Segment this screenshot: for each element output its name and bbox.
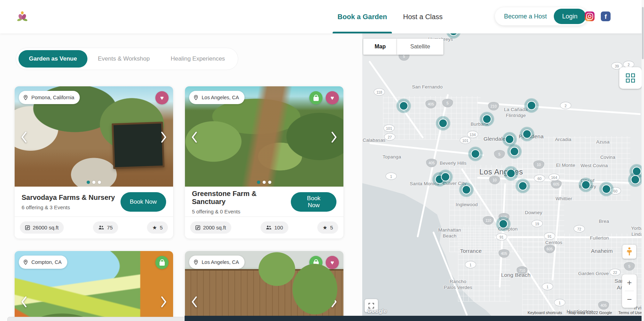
carousel-next-icon[interactable]: [160, 296, 168, 308]
map-pin-icon: [193, 259, 199, 265]
map-marker[interactable]: [439, 119, 448, 128]
map-marker[interactable]: [499, 219, 508, 228]
area-value: 26000 sq.ft: [33, 225, 59, 230]
zoom-control: + −: [622, 274, 637, 308]
listings-panel: Garden as Venue Events & Workshop Healin…: [0, 33, 362, 321]
carousel-dot[interactable]: [268, 181, 271, 184]
page-scrollbar[interactable]: [642, 0, 644, 321]
pegman-button[interactable]: [622, 245, 636, 259]
map-marker[interactable]: [602, 185, 611, 194]
location-pill: Los Angeles, CA: [189, 91, 245, 104]
card-stats: 26000 sq.ft 75 ★ 5: [15, 217, 173, 238]
shop-badge[interactable]: [155, 256, 169, 269]
map-marker[interactable]: [518, 181, 527, 190]
map-type-satellite-button[interactable]: Satellite: [397, 39, 443, 55]
shop-badge[interactable]: [309, 256, 323, 269]
map-label: West Covina: [581, 163, 608, 169]
carousel-prev-icon[interactable]: [20, 131, 28, 143]
shopping-bag-icon: [313, 97, 319, 101]
terms-of-use-link[interactable]: Terms of Use: [618, 311, 642, 315]
map-marker[interactable]: [462, 185, 471, 194]
map-label: Los Angeles: [479, 167, 523, 177]
carousel-dot[interactable]: [257, 181, 260, 184]
carousel-dot[interactable]: [92, 181, 95, 184]
location-text: Compton, CA: [31, 259, 62, 265]
pegman-icon: [627, 247, 632, 256]
favorite-badge[interactable]: ♥: [326, 256, 339, 269]
carousel-next-icon[interactable]: [160, 131, 168, 143]
highway-shield: 5: [494, 150, 505, 158]
highway-shield: 72: [574, 225, 585, 233]
zoom-in-button[interactable]: +: [622, 274, 637, 291]
map-marker[interactable]: [631, 175, 640, 184]
map-marker[interactable]: [482, 115, 491, 124]
card-subtitle: 6 offering & 3 Events: [22, 204, 115, 210]
map-marker[interactable]: [581, 180, 590, 189]
card-badges: [155, 256, 169, 269]
become-a-host-link[interactable]: Become a Host: [504, 13, 547, 20]
card-grid: Pomona, California ♥ Sarvoday: [0, 70, 362, 321]
map-marker[interactable]: [527, 101, 536, 110]
capacity-chip: 75: [93, 221, 118, 234]
carousel-next-icon[interactable]: [330, 296, 338, 308]
carousel-prev-icon[interactable]: [191, 131, 198, 143]
grid-view-toggle-button[interactable]: [619, 67, 642, 89]
map-marker[interactable]: [449, 33, 458, 36]
card-photo: Los Angeles, CA ♥: [185, 86, 343, 187]
map-label: Whittier: [556, 196, 572, 202]
favorite-badge[interactable]: ♥: [326, 91, 339, 104]
carousel-dot[interactable]: [263, 181, 266, 184]
scrollbar-thumb[interactable]: [642, 7, 644, 59]
card-title: Greenstone Farm & Sanctuary: [192, 190, 291, 206]
book-now-button[interactable]: Book Now: [291, 192, 336, 212]
map-label: Azusa: [596, 139, 610, 145]
highway-shield: 164: [549, 174, 560, 181]
map-marker[interactable]: [632, 167, 641, 176]
carousel-dot[interactable]: [98, 181, 101, 184]
carousel-dot[interactable]: [87, 181, 90, 184]
carousel-prev-icon[interactable]: [20, 296, 28, 308]
location-pill: Los Angeles, CA: [189, 256, 245, 269]
capacity-value: 75: [107, 225, 113, 230]
card-photo: Compton, CA: [15, 251, 173, 321]
nav-book-a-garden[interactable]: Book a Garden: [337, 0, 387, 33]
login-button[interactable]: Login: [554, 9, 586, 24]
map-label: Calabasas: [363, 138, 386, 143]
map-marker[interactable]: [522, 130, 532, 139]
bottom-scroll-strip[interactable]: [7, 317, 185, 321]
map-marker[interactable]: [399, 101, 408, 110]
people-icon: [266, 225, 272, 230]
carousel-dots: [15, 181, 173, 184]
garden-card[interactable]: Los Angeles, CA ♥ Greenstone: [185, 86, 343, 238]
map-marker[interactable]: [506, 169, 515, 178]
book-now-button[interactable]: Book Now: [121, 192, 166, 212]
map-canvas[interactable]: Map Satellite + − Google Keyboard shortc…: [362, 33, 644, 321]
facebook-icon[interactable]: f: [601, 11, 611, 21]
map-marker[interactable]: [510, 147, 519, 156]
star-icon: ★: [323, 225, 327, 231]
map-marker[interactable]: [505, 135, 514, 144]
garden-card[interactable]: Pomona, California ♥ Sarvoday: [15, 86, 173, 238]
keyboard-shortcuts-link[interactable]: Keyboard shortcuts: [528, 311, 562, 315]
instagram-icon[interactable]: [585, 11, 595, 21]
lotus-flower-icon[interactable]: [17, 11, 28, 22]
map-marker[interactable]: [471, 149, 480, 158]
tab-garden-as-venue[interactable]: Garden as Venue: [18, 50, 87, 68]
shop-badge[interactable]: [309, 91, 323, 104]
carousel-next-icon[interactable]: [330, 131, 338, 143]
tab-events-workshop[interactable]: Events & Workshop: [87, 50, 160, 68]
tab-healing-experiences[interactable]: Healing Experiences: [160, 50, 235, 68]
nav-host-a-class[interactable]: Host a Class: [403, 0, 442, 33]
map-pin-icon: [193, 95, 199, 101]
garden-card[interactable]: Compton, CA: [15, 251, 173, 321]
map-label: Garden Grove: [578, 271, 609, 277]
carousel-prev-icon[interactable]: [191, 296, 198, 308]
map-marker[interactable]: [441, 172, 450, 181]
location-pill: Pomona, California: [19, 91, 80, 104]
favorite-badge[interactable]: ♥: [155, 91, 169, 104]
garden-card[interactable]: Los Angeles, CA ♥: [185, 251, 343, 321]
account-pill: Become a Host Login: [495, 7, 588, 25]
zoom-out-button[interactable]: −: [622, 291, 637, 307]
capacity-value: 100: [274, 225, 283, 230]
map-type-map-button[interactable]: Map: [363, 39, 397, 55]
